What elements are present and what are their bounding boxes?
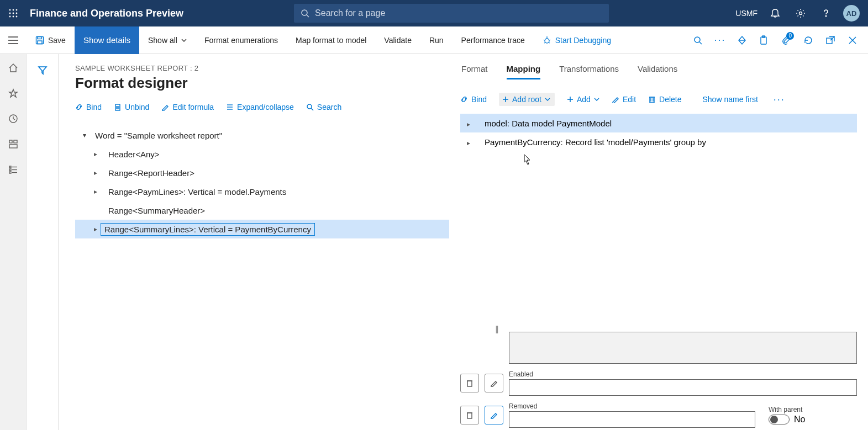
tree-node[interactable]: Range<PaymLines>: Vertical = model.Payme… [75, 182, 449, 201]
unbind-button[interactable]: Unbind [114, 103, 149, 112]
save-icon [35, 36, 44, 45]
chevron-right-icon[interactable] [467, 119, 477, 128]
attachment-badge: 0 [786, 32, 794, 40]
svg-point-11 [799, 12, 802, 15]
chevron-down-icon [594, 98, 599, 101]
svg-rect-37 [9, 145, 17, 148]
chevron-right-icon[interactable] [91, 225, 101, 233]
tree-node-root[interactable]: Word = "Sample worksheet report" [75, 126, 449, 145]
tab-format[interactable]: Format [461, 64, 488, 79]
edit-formula-button[interactable]: Edit formula [161, 103, 214, 112]
performance-trace-button[interactable]: Performance trace [453, 26, 534, 54]
tree-node[interactable]: Range<SummaryHeader> [75, 201, 449, 220]
svg-rect-57 [650, 97, 654, 103]
svg-point-6 [9, 16, 11, 18]
enabled-input[interactable] [509, 379, 857, 396]
action-search-icon[interactable] [687, 26, 709, 54]
mapping-tree: model: Data model PaymentModel PaymentBy… [460, 114, 857, 151]
diamond-icon[interactable] [731, 26, 753, 54]
mapping-overflow-icon[interactable]: ··· [774, 94, 785, 105]
chevron-right-icon[interactable] [91, 188, 101, 195]
right-tabs: Format Mapping Transformations Validatio… [460, 64, 857, 79]
delete-removed-icon[interactable] [460, 406, 479, 424]
svg-line-26 [699, 42, 702, 44]
app-launcher-icon[interactable] [0, 9, 27, 18]
show-name-first-button[interactable]: Show name first [702, 95, 757, 104]
show-details-button[interactable]: Show details [75, 26, 139, 54]
binding-expression-field[interactable] [509, 332, 857, 364]
chevron-down-icon[interactable] [80, 131, 90, 139]
edit-button[interactable]: Edit [612, 95, 636, 104]
popout-icon[interactable] [819, 26, 841, 54]
format-enumerations-button[interactable]: Format enumerations [196, 26, 287, 54]
bind-button[interactable]: Bind [75, 103, 102, 112]
edit-enabled-icon[interactable] [485, 374, 503, 392]
app-title: Finance and Operations Preview [27, 8, 183, 19]
notifications-icon[interactable] [763, 0, 787, 26]
chevron-right-icon[interactable] [91, 150, 101, 158]
map-format-button[interactable]: Map format to model [287, 26, 375, 54]
svg-point-12 [825, 15, 827, 17]
tree-node[interactable]: Range<ReportHeader> [75, 163, 449, 182]
svg-point-19 [545, 39, 549, 43]
debug-icon [543, 36, 551, 45]
delete-button[interactable]: Delete [648, 95, 681, 104]
attachments-icon[interactable]: 0 [775, 26, 797, 54]
chevron-down-icon [181, 39, 187, 42]
map-bind-button[interactable]: Bind [460, 95, 487, 104]
close-icon[interactable] [841, 26, 864, 54]
svg-point-0 [9, 9, 11, 11]
map-node-selected[interactable]: model: Data model PaymentModel [460, 114, 857, 132]
home-icon[interactable] [8, 63, 18, 73]
refresh-icon[interactable] [797, 26, 819, 54]
svg-rect-38 [9, 166, 11, 168]
properties-pane: Enabled Removed With parent [460, 325, 857, 430]
svg-rect-61 [467, 381, 472, 386]
add-button[interactable]: Add [567, 95, 599, 104]
tree-search-button[interactable]: Search [306, 103, 341, 112]
tab-transformations[interactable]: Transformations [559, 64, 619, 79]
chevron-right-icon[interactable] [91, 169, 101, 177]
save-button[interactable]: Save [27, 26, 75, 54]
global-search-input[interactable]: Search for a page [294, 4, 609, 23]
svg-line-52 [311, 108, 313, 110]
validate-button[interactable]: Validate [375, 26, 420, 54]
delete-enabled-icon[interactable] [460, 374, 479, 392]
chevron-down-icon [545, 98, 550, 101]
company-selector[interactable]: USMF [731, 9, 762, 18]
breadcrumb: SAMPLE WORKSHEET REPORT : 2 [75, 64, 449, 72]
settings-icon[interactable] [788, 0, 813, 26]
modules-icon[interactable] [8, 164, 18, 174]
tree-node[interactable]: Header<Any> [75, 145, 449, 163]
expand-collapse-button[interactable]: Expand/collapse [226, 103, 294, 112]
edit-removed-icon[interactable] [485, 406, 503, 424]
svg-rect-18 [38, 41, 42, 44]
mapping-toolbar: Bind Add root Add Edit Delete Show name … [460, 93, 857, 106]
favorites-icon[interactable] [8, 88, 18, 98]
action-overflow-icon[interactable]: ··· [709, 26, 731, 54]
nav-toggle-icon[interactable] [0, 26, 27, 54]
tree-node-selected[interactable]: Range<SummaryLines>: Vertical = PaymentB… [75, 220, 449, 238]
svg-point-1 [13, 9, 14, 11]
removed-label: Removed [509, 402, 755, 410]
recent-icon[interactable] [8, 114, 18, 124]
chevron-right-icon[interactable] [467, 137, 477, 147]
tab-validations[interactable]: Validations [638, 64, 677, 79]
workspaces-icon[interactable] [8, 139, 18, 149]
action-bar: Save Show details Show all Format enumer… [0, 26, 868, 54]
user-avatar[interactable]: AD [839, 0, 864, 26]
filter-icon[interactable] [38, 65, 48, 430]
show-all-button[interactable]: Show all [139, 26, 196, 54]
add-root-button[interactable]: Add root [499, 93, 555, 106]
svg-rect-39 [9, 169, 11, 171]
with-parent-toggle[interactable]: No [769, 415, 857, 424]
splitter-handle[interactable]: ‖ [495, 325, 498, 333]
paste-icon[interactable] [753, 26, 775, 54]
map-node[interactable]: PaymentByCurrency: Record list 'model/Pa… [460, 132, 857, 151]
removed-input[interactable] [509, 411, 755, 428]
run-button[interactable]: Run [420, 26, 453, 54]
start-debugging-button[interactable]: Start Debugging [534, 26, 620, 54]
tab-mapping[interactable]: Mapping [507, 64, 541, 79]
help-icon[interactable] [814, 0, 838, 26]
format-tree: Word = "Sample worksheet report" Header<… [75, 126, 449, 238]
